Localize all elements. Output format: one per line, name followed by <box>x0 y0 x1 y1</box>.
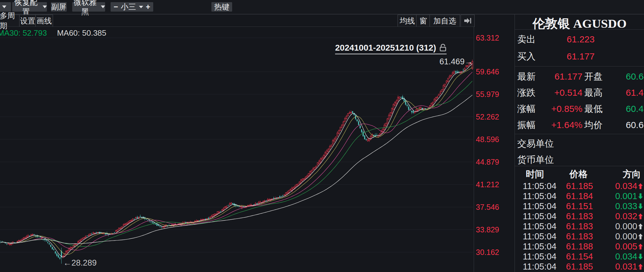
price-tick-label: 41.212 <box>476 181 506 188</box>
trade-row[interactable]: 11:05:0461.1830.000 <box>515 231 644 242</box>
trade-change: 0.033 <box>606 201 643 211</box>
trade-time: 11:05:04 <box>523 252 557 262</box>
candlestick-chart[interactable]: MA30: 52.793 MA60: 50.385 20241001-20251… <box>0 23 474 272</box>
arrow-up-icon <box>638 183 643 189</box>
price-tick-label: 52.262 <box>476 113 506 121</box>
period-high-annotation: 61.469→ <box>439 57 473 66</box>
price-tick-label: 63.312 <box>476 34 506 42</box>
panel-divider <box>515 66 644 66</box>
panel-divider <box>515 29 644 30</box>
stat-value: +0.85% <box>542 101 582 117</box>
trade-time: 11:05:04 <box>523 221 557 231</box>
chevron-down-icon <box>43 5 47 8</box>
secondary-screen-button[interactable]: 副屏 <box>51 2 67 12</box>
price-tick-label: 44.879 <box>476 158 506 166</box>
chevron-down-icon <box>101 5 105 8</box>
trading-terminal: 恢复配置 副屏 微软雅黑 − 小三 + 热键 多周期 设置 画线 均线 窗 <box>0 0 644 272</box>
unit-row: 货币单位 -- <box>515 152 644 168</box>
chart-plot[interactable] <box>0 23 474 272</box>
stat-value: 60.476 <box>615 101 644 117</box>
restore-config-button[interactable]: 恢复配置 <box>12 2 47 12</box>
stat-row: 涨幅 +0.85% 最低 60.476 <box>515 101 644 117</box>
stat-value: 61.177 <box>542 68 582 84</box>
collapsed-dropdown-button[interactable] <box>0 2 11 12</box>
trade-time: 11:05:04 <box>523 211 557 221</box>
trade-row[interactable]: 11:05:0461.1880.005 <box>515 242 644 252</box>
trade-row[interactable]: 11:05:0461.1540.034 <box>515 252 644 262</box>
stat-value: +0.514 <box>542 84 582 101</box>
trade-row[interactable]: 11:05:0461.1850.031 <box>515 262 644 272</box>
panel-divider <box>515 134 644 134</box>
col-time: 时间 <box>520 168 550 180</box>
panel-divider <box>515 166 644 166</box>
price-tick-label: 37.546 <box>476 203 506 211</box>
trade-price: 61.185 <box>566 262 593 272</box>
trade-price: 61.184 <box>566 191 593 201</box>
trade-row[interactable]: 11:05:0461.1830.000 <box>515 221 644 231</box>
trade-price: 61.183 <box>566 231 593 242</box>
quote-panel: 伦敦银 AGUSDO 卖出 61.223 买入 61.177 最新 61.177… <box>515 14 644 272</box>
chevron-down-icon <box>139 6 143 8</box>
price-tick-label: 59.646 <box>476 68 506 76</box>
trade-price: 61.151 <box>566 201 593 211</box>
stat-value: 60.663 <box>615 117 644 133</box>
sell-price: 61.223 <box>542 31 595 48</box>
trade-time: 11:05:04 <box>523 201 557 211</box>
trade-time: 11:05:04 <box>523 262 557 272</box>
trade-row[interactable]: 11:05:0461.1840.001 <box>515 191 644 201</box>
trade-row[interactable]: 11:05:0461.1850.034 <box>515 181 644 191</box>
period-low-annotation: ←28.289 <box>63 258 97 268</box>
buy-row: 买入 61.177 <box>515 48 644 65</box>
trade-change: 0.000 <box>606 221 643 231</box>
stat-label: 最高 <box>584 84 603 101</box>
arrow-down-icon <box>638 254 643 259</box>
stat-row: 振幅 +1.64% 均价 60.663 <box>515 117 644 133</box>
ma30-legend-value: MA30: 52.793 <box>0 28 47 38</box>
font-family-dropdown[interactable]: 微软雅黑 <box>72 2 105 12</box>
lock-icon[interactable] <box>439 44 447 52</box>
sell-row: 卖出 61.223 <box>515 31 644 48</box>
date-range-text: 20241001-20251210 (312) <box>335 43 436 52</box>
ma60-legend-value: MA60: 50.385 <box>57 28 106 38</box>
trade-unit-value: -- <box>606 135 644 152</box>
stat-label: 均价 <box>584 117 603 133</box>
ma-legend: MA30: 52.793 MA60: 50.385 <box>0 28 114 38</box>
font-size-control: − 小三 + <box>111 2 153 12</box>
trade-row[interactable]: 11:05:0461.1510.033 <box>515 201 644 211</box>
trade-time: 11:05:04 <box>523 191 557 201</box>
trade-unit-label: 交易单位 <box>517 135 554 152</box>
hotkey-button[interactable]: 热键 <box>211 2 232 12</box>
stat-label: 涨跌 <box>517 84 536 101</box>
trade-change: 0.005 <box>606 242 643 252</box>
stat-row: 最新 61.177 开盘 60.644 <box>515 68 644 84</box>
price-tick-label: 48.596 <box>476 135 506 143</box>
stat-label: 涨幅 <box>517 101 536 117</box>
date-range-label[interactable]: 20241001-20251210 (312) <box>335 43 447 54</box>
font-size-value[interactable]: 小三 <box>121 2 136 12</box>
arrow-up-icon <box>638 213 643 219</box>
stat-value: +1.64% <box>542 117 582 133</box>
font-size-decrease-button[interactable]: − <box>114 2 118 12</box>
stat-label: 开盘 <box>584 68 603 84</box>
trade-price: 61.183 <box>566 211 593 221</box>
arrow-up-icon <box>638 234 643 239</box>
trade-price: 61.188 <box>566 242 593 252</box>
trade-change: 0.032 <box>606 211 643 221</box>
trade-change: 0.001 <box>606 191 643 201</box>
trade-price: 61.154 <box>566 252 593 262</box>
arrow-up-icon <box>638 244 643 249</box>
main-toolbar: 恢复配置 副屏 微软雅黑 − 小三 + 热键 <box>0 0 644 14</box>
chevron-down-icon <box>2 5 6 8</box>
price-tick-label: 33.829 <box>476 226 506 234</box>
unit-row: 交易单位 -- <box>515 135 644 152</box>
arrow-down-icon <box>638 203 643 209</box>
sell-label: 卖出 <box>517 31 536 48</box>
price-tick-label: 30.162 <box>476 248 506 256</box>
font-size-increase-button[interactable]: + <box>146 2 150 12</box>
stat-label: 最低 <box>584 101 603 117</box>
trade-change: 0.000 <box>606 231 643 242</box>
trade-price: 61.183 <box>566 221 593 231</box>
trade-time: 11:05:04 <box>523 231 557 242</box>
trade-row[interactable]: 11:05:0461.1830.032 <box>515 211 644 221</box>
buy-price: 61.177 <box>542 48 595 65</box>
